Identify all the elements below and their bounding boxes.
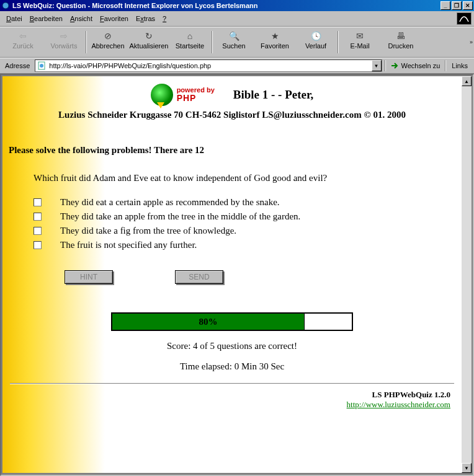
score-text: Score: 4 of 5 questions are correct! (9, 341, 455, 351)
toolbar: ⇦ Zurück ⇨ Vorwärts ⊘ Abbrechen ↻ Aktual… (0, 27, 474, 58)
stop-button[interactable]: ⊘ Abbrechen (87, 29, 128, 56)
mail-label: E-Mail (350, 42, 369, 50)
elapsed-text: Time elapsed: 0 Min 30 Sec (9, 361, 455, 372)
go-arrow-icon (390, 61, 399, 70)
print-icon: 🖶 (395, 30, 407, 42)
print-button[interactable]: 🖶 Drucken (380, 29, 421, 56)
menu-ansicht[interactable]: Ansicht (66, 14, 96, 24)
hint-button[interactable]: HINT (65, 270, 113, 284)
toolbar-overflow-icon[interactable]: » (470, 39, 473, 45)
forward-arrow-icon: ⇨ (58, 30, 70, 42)
answer-text-2: They did take an apple from the tree in … (60, 211, 300, 222)
toolbar-divider (86, 31, 86, 53)
refresh-button[interactable]: ↻ Aktualisieren (128, 29, 169, 56)
vertical-scrollbar[interactable]: ▲ ▼ (462, 76, 472, 473)
home-button[interactable]: ⌂ Startseite (169, 29, 210, 56)
stop-icon: ⊘ (102, 30, 114, 42)
links-label[interactable]: Links (448, 62, 472, 69)
answer-checkbox-3[interactable] (34, 227, 42, 235)
search-label: Suchen (222, 42, 245, 50)
toolbar-divider (212, 31, 212, 53)
mail-button[interactable]: ✉ E-Mail (339, 29, 380, 56)
refresh-label: Aktualisieren (130, 42, 169, 50)
progress-bar: 80% (111, 312, 353, 331)
search-button[interactable]: 🔍 Suchen (213, 29, 254, 56)
toolbar-divider (338, 31, 338, 53)
address-dropdown-icon[interactable]: ▼ (372, 60, 382, 71)
window-title: LS WebQuiz: Question - Microsoft Interne… (12, 2, 440, 9)
menu-datei[interactable]: Datei (2, 14, 26, 24)
refresh-icon: ↻ (143, 30, 155, 42)
instructions-text: Please solve the following problems! The… (9, 145, 455, 156)
stop-label: Abbrechen (91, 42, 124, 50)
powered-by-php: powered by PHP (177, 86, 215, 103)
history-button[interactable]: 🕓 Verlauf (295, 29, 336, 56)
byline: Luzius Schneider Kruggasse 70 CH-5462 Si… (9, 110, 455, 120)
scroll-up-icon[interactable]: ▲ (462, 76, 472, 86)
footer-version: LS PHPWebQuiz 1.2.0 (9, 390, 450, 400)
progress-percent: 80% (112, 314, 304, 330)
address-bar: Adresse http://ls-vaio/PHP/PHPWebQuiz/En… (0, 58, 474, 74)
answer-text-3: They did take a fig from the tree of kno… (60, 226, 236, 236)
favorites-button[interactable]: ★ Favoriten (254, 29, 295, 56)
favorites-icon: ★ (269, 30, 281, 42)
ie-app-icon (1, 1, 10, 10)
scroll-down-icon[interactable]: ▼ (462, 463, 472, 473)
favorites-label: Favoriten (261, 42, 289, 50)
home-label: Startseite (176, 42, 204, 50)
page-content: powered by PHP Bible 1 - - Peter, Luzius… (2, 76, 462, 473)
search-icon: 🔍 (228, 30, 240, 42)
minimize-button[interactable]: _ (440, 1, 450, 10)
back-arrow-icon: ⇦ (17, 30, 29, 42)
go-label: Wechseln zu (401, 62, 440, 69)
menu-extras[interactable]: Extras (132, 14, 159, 24)
question-text: Which fruit did Adam and Eve eat to know… (34, 173, 455, 183)
print-label: Drucken (388, 42, 414, 50)
go-button[interactable]: Wechseln zu (388, 60, 443, 71)
page-icon (37, 61, 47, 71)
divider (10, 383, 454, 384)
close-button[interactable]: ✕ (463, 1, 473, 10)
menu-bearbeiten[interactable]: Bearbeiten (26, 14, 66, 24)
home-icon: ⌂ (184, 30, 196, 42)
svg-point-0 (2, 2, 9, 9)
addressbar-divider (445, 60, 445, 71)
menu-favoriten[interactable]: Favoriten (96, 14, 132, 24)
back-label: Zurück (12, 42, 34, 50)
forward-label: Vorwärts (51, 42, 78, 50)
mail-icon: ✉ (354, 30, 366, 42)
answer-checkbox-4[interactable] (34, 241, 42, 249)
answer-text-1: They did eat a certain apple as recommen… (60, 197, 280, 208)
menu-help[interactable]: ? (159, 14, 170, 24)
addressbar-divider (385, 60, 385, 71)
title-bar: LS WebQuiz: Question - Microsoft Interne… (0, 0, 474, 11)
address-combo[interactable]: http://ls-vaio/PHP/PHPWebQuiz/English/qu… (35, 60, 382, 72)
answer-checkbox-2[interactable] (34, 213, 42, 221)
address-label: Adresse (2, 62, 32, 69)
forward-button: ⇨ Vorwärts (43, 29, 84, 56)
ie-logo-icon (457, 12, 472, 25)
browser-viewport: powered by PHP Bible 1 - - Peter, Luzius… (0, 74, 474, 476)
svg-point-2 (40, 64, 43, 68)
quiz-title: Bible 1 - - Peter, (233, 88, 314, 102)
back-button[interactable]: ⇦ Zurück (2, 29, 43, 56)
answer-text-4: The fruit is not specified any further. (60, 240, 197, 250)
menu-bar: Datei Bearbeiten Ansicht Favoriten Extra… (0, 11, 474, 27)
send-button[interactable]: SEND (175, 270, 223, 284)
maximize-button[interactable]: ❐ (452, 1, 462, 10)
history-icon: 🕓 (310, 30, 322, 42)
address-url[interactable]: http://ls-vaio/PHP/PHPWebQuiz/English/qu… (48, 62, 371, 69)
history-label: Verlauf (305, 42, 326, 50)
answer-checkbox-1[interactable] (34, 198, 42, 206)
footer-link[interactable]: http://www.luziusschneider.com (347, 400, 450, 409)
globe-icon (151, 84, 173, 106)
